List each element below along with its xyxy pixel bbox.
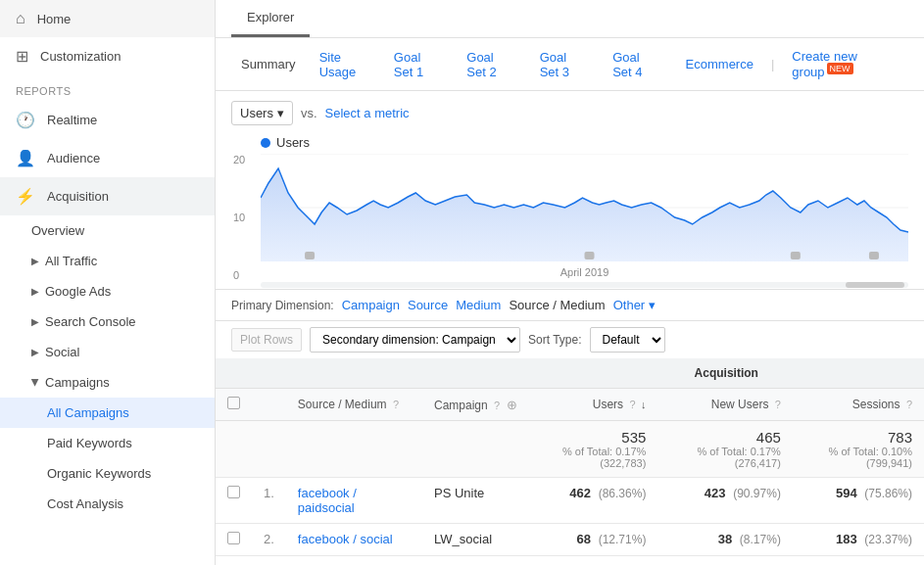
row2-checkbox[interactable]	[227, 532, 240, 544]
svg-marker-3	[261, 168, 908, 261]
sidebar-sub-cost-analysis[interactable]: Cost Analysis	[0, 489, 215, 519]
th-campaign[interactable]: Campaign ? ⊕	[422, 389, 529, 421]
sub-tab-divider: |	[771, 57, 774, 71]
triangle-icon-2: ▶	[31, 286, 39, 297]
tab-goal-set-1[interactable]: Goal Set 1	[384, 45, 453, 84]
row1-source-medium-link[interactable]: facebook / paidsocial	[298, 486, 357, 515]
total-sessions-cell: 783 % of Total: 0.10% (799,941)	[793, 421, 924, 478]
sidebar-sub-overview[interactable]: Overview	[0, 215, 215, 246]
tab-site-usage[interactable]: Site Usage	[310, 45, 380, 84]
sort-type-select[interactable]: Default	[590, 327, 665, 353]
svg-rect-5	[585, 252, 595, 259]
secondary-dimension-select[interactable]: Secondary dimension: Campaign	[310, 327, 520, 353]
sidebar-sub-search-console[interactable]: ▶ Search Console	[0, 306, 215, 337]
sidebar-item-customization[interactable]: ⊞ Customization	[0, 37, 215, 75]
sidebar-campaigns-label: Campaigns	[45, 375, 110, 390]
total-checkbox-cell	[216, 421, 252, 478]
th-users[interactable]: Users ? ↓	[529, 389, 658, 421]
select-all-checkbox[interactable]	[227, 397, 240, 409]
sidebar-home-label: Home	[37, 12, 72, 26]
sidebar-sub-all-traffic[interactable]: ▶ All Traffic	[0, 246, 215, 276]
row2-source-medium-link[interactable]: facebook / social	[298, 532, 393, 546]
th-num-spacer	[252, 358, 286, 389]
row1-users: 462 (86.36%)	[529, 478, 658, 524]
dim-campaign[interactable]: Campaign	[342, 298, 400, 312]
source-medium-help-icon[interactable]: ?	[393, 399, 399, 410]
tab-summary[interactable]: Summary	[231, 52, 306, 76]
sidebar-sub-all-campaigns[interactable]: All Campaigns	[0, 398, 215, 428]
sidebar-item-realtime[interactable]: 🕐 Realtime	[0, 101, 215, 139]
sidebar-google-ads-label: Google Ads	[45, 284, 111, 299]
total-new-users-sub: % of Total: 0.17% (276,417)	[669, 446, 781, 469]
row2-checkbox-cell[interactable]	[216, 524, 252, 556]
row1-checkbox-cell[interactable]	[216, 478, 252, 524]
tab-ecommerce[interactable]: Ecommerce	[676, 52, 763, 76]
main-content: Explorer Summary Site Usage Goal Set 1 G…	[216, 0, 924, 565]
metric-selector-bar: Users ▾ vs. Select a metric	[216, 91, 924, 135]
row2-num: 2.	[252, 524, 286, 556]
explorer-tab-bar: Explorer	[216, 0, 924, 38]
th-source-medium[interactable]: Source / Medium ?	[286, 389, 422, 421]
sidebar-item-acquisition[interactable]: ⚡ Acquisition	[0, 177, 215, 215]
scrollbar-thumb[interactable]	[846, 282, 904, 288]
new-users-help-icon[interactable]: ?	[775, 399, 781, 410]
svg-rect-7	[869, 252, 879, 259]
dim-source-medium[interactable]: Source / Medium	[509, 298, 605, 312]
th-checkbox-spacer	[216, 358, 252, 389]
dim-other[interactable]: Other ▾	[613, 298, 656, 312]
row1-new-users-value: 423	[705, 486, 726, 500]
sessions-help-icon[interactable]: ?	[906, 399, 912, 410]
sidebar-item-home[interactable]: ⌂ Home	[0, 0, 215, 37]
sidebar-sub-organic-keywords[interactable]: Organic Keywords	[0, 458, 215, 489]
dim-source[interactable]: Source	[408, 298, 448, 312]
row2-sessions-value: 183	[836, 532, 857, 546]
chevron-down-icon: ▾	[277, 106, 284, 120]
users-sort-icon[interactable]: ↓	[641, 399, 647, 410]
row1-sessions-pct: (75.86%)	[864, 487, 912, 500]
users-help-icon[interactable]: ?	[629, 399, 635, 410]
row2-campaign: LW_social	[422, 524, 529, 556]
dim-medium[interactable]: Medium	[456, 298, 501, 312]
new-users-col-label: New Users	[711, 398, 769, 411]
users-col-label: Users	[593, 398, 623, 411]
sidebar-sub-social[interactable]: ▶ Social	[0, 337, 215, 367]
sidebar-overview-label: Overview	[31, 223, 84, 238]
row2-new-users-pct: (8.17%)	[740, 533, 781, 546]
add-segment-icon[interactable]: ⊕	[507, 398, 517, 412]
tab-create-new-group[interactable]: Create new groupNEW	[782, 44, 908, 84]
table-controls: Plot Rows Secondary dimension: Campaign …	[216, 320, 924, 358]
total-users-cell: 535 % of Total: 0.17% (322,783)	[529, 421, 658, 478]
metric-dropdown[interactable]: Users ▾	[231, 101, 293, 125]
sidebar-sub-campaigns[interactable]: ▶ Campaigns	[0, 367, 215, 398]
total-campaign-cell	[422, 421, 529, 478]
row2-source-medium[interactable]: facebook / social	[286, 524, 422, 556]
row1-source-medium[interactable]: facebook / paidsocial	[286, 478, 422, 524]
tab-goal-set-2[interactable]: Goal Set 2	[457, 45, 525, 84]
campaign-help-icon[interactable]: ?	[494, 400, 500, 411]
explorer-tab[interactable]: Explorer	[231, 0, 310, 37]
tab-goal-set-3[interactable]: Goal Set 3	[530, 45, 599, 84]
sidebar-sub-paid-keywords[interactable]: Paid Keywords	[0, 428, 215, 458]
sidebar-sub-google-ads[interactable]: ▶ Google Ads	[0, 276, 215, 306]
triangle-icon-4: ▶	[31, 347, 39, 357]
row1-campaign: PS Unite	[422, 478, 529, 524]
sidebar-item-audience[interactable]: 👤 Audience	[0, 139, 215, 177]
th-new-users[interactable]: New Users ?	[657, 389, 793, 421]
chart-area: Users 20 10 0	[216, 135, 924, 289]
metric-selected-label: Users	[240, 106, 273, 120]
th-select-all[interactable]	[216, 389, 252, 421]
row1-checkbox[interactable]	[227, 486, 240, 498]
legend-label: Users	[276, 135, 310, 150]
th-sessions[interactable]: Sessions ?	[793, 389, 924, 421]
chart-y-max: 20	[233, 154, 245, 165]
row2-users-pct: (12.71%)	[599, 533, 647, 546]
table-row: 1. facebook / paidsocial PS Unite 462 (8…	[216, 478, 924, 524]
row1-sessions: 594 (75.86%)	[793, 478, 924, 524]
svg-rect-4	[305, 252, 315, 259]
new-badge: NEW	[827, 63, 853, 74]
svg-rect-6	[791, 252, 801, 259]
sidebar-audience-label: Audience	[47, 151, 100, 165]
chart-scrollbar[interactable]	[261, 282, 908, 288]
select-metric-link[interactable]: Select a metric	[325, 106, 410, 120]
tab-goal-set-4[interactable]: Goal Set 4	[603, 45, 671, 84]
